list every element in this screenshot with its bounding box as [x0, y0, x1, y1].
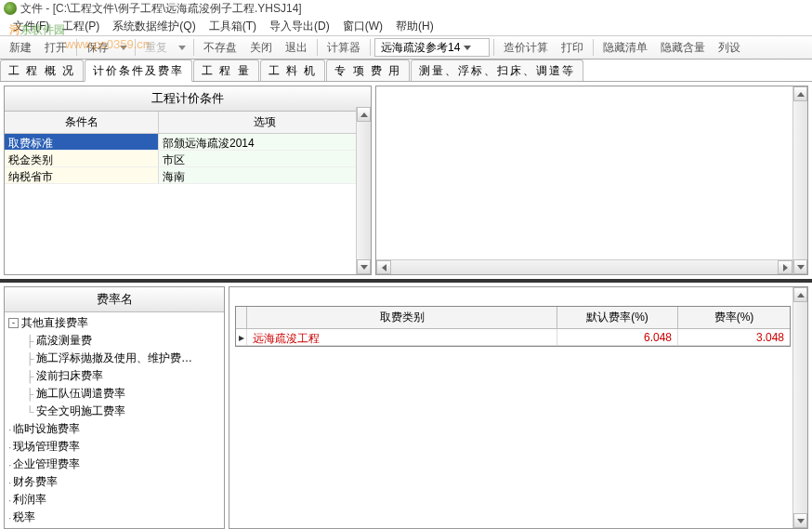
tree-node-sibling[interactable]: ·现场管理费率	[7, 438, 222, 456]
app-icon	[4, 2, 17, 15]
tree-node-sibling[interactable]: ·税率	[7, 509, 222, 526]
menu-file[interactable]: 文件(F)	[7, 17, 55, 36]
menu-sysdata[interactable]: 系统数据维护(Q)	[107, 17, 201, 36]
tree-node-child[interactable]: ├疏浚测量费	[7, 332, 222, 350]
menu-toolbox[interactable]: 工具箱(T)	[203, 17, 262, 36]
tb-price[interactable]: 造价计算	[498, 37, 554, 59]
menu-project[interactable]: 工程(P)	[57, 17, 105, 36]
fee-table-panel: 取费类别 默认费率(%) 费率(%) ▸ 远海疏浚工程 6.048 3.048	[229, 286, 808, 529]
cond-row-tax-type[interactable]: 税金类别 市区	[5, 151, 371, 167]
reference-select[interactable]: 远海疏浚参考14	[374, 38, 490, 57]
cond-row-fee-standard[interactable]: 取费标准 部颁远海疏浚2014	[5, 134, 371, 151]
tree-node-sibling[interactable]: ·利润率	[7, 491, 222, 509]
cond-col-opt: 选项	[159, 112, 371, 133]
separator	[317, 39, 318, 56]
separator	[76, 39, 77, 56]
tb-print[interactable]: 打印	[556, 37, 589, 59]
tree-node-sibling[interactable]: ·临时设施费率	[7, 420, 222, 438]
tree-node-sibling[interactable]: ·财务费率	[7, 473, 222, 491]
cond-col-name: 条件名	[5, 112, 159, 133]
separator	[593, 39, 594, 56]
menu-help[interactable]: 帮助(H)	[390, 17, 439, 36]
tree-node-child[interactable]: └安全文明施工费率	[7, 403, 222, 420]
separator	[193, 39, 194, 56]
separator	[493, 39, 494, 56]
tb-nosave[interactable]: 不存盘	[198, 37, 242, 59]
tb-new[interactable]: 新建	[4, 37, 37, 59]
menu-bar: 文件(F) 工程(P) 系统数据维护(Q) 工具箱(T) 导入导出(D) 窗口(…	[0, 17, 812, 35]
separator	[135, 39, 136, 56]
fee-row[interactable]: ▸ 远海疏浚工程 6.048 3.048	[236, 329, 790, 346]
chevron-down-icon[interactable]	[120, 46, 127, 50]
tab-quantity[interactable]: 工 程 量	[193, 60, 259, 81]
work-area: 工程计价条件 条件名 选项 取费标准 部颁远海疏浚2014 税金类别 市区 纳税…	[0, 82, 812, 529]
tb-hide-list[interactable]: 隐藏清单	[597, 37, 653, 59]
scrollbar-vertical[interactable]	[792, 287, 807, 528]
tree-node-child[interactable]: ├施工队伍调遣费率	[7, 385, 222, 403]
tb-open[interactable]: 打开	[39, 37, 72, 59]
tab-overview[interactable]: 工 程 概 况	[0, 60, 84, 81]
toolbar: 新建 打开 保存 重复 不存盘 关闭 退出 计算器 远海疏浚参考14 造价计算 …	[0, 35, 812, 60]
tab-bar: 工 程 概 况 计价条件及费率 工 程 量 工 料 机 专 项 费 用 测量、浮…	[0, 60, 812, 82]
row-marker-col	[236, 307, 247, 329]
scroll-up-icon[interactable]	[357, 107, 371, 122]
rate-tree-title: 费率名	[5, 287, 224, 312]
conditions-panel: 工程计价条件 条件名 选项 取费标准 部颁远海疏浚2014 税金类别 市区 纳税…	[4, 86, 372, 275]
window-title: 文件 - [C:\工程文件\例子工程\远海疏浚例子工程.YHSJ14]	[20, 1, 302, 17]
tb-colset[interactable]: 列设	[713, 37, 746, 59]
tree-node-child[interactable]: ├施工浮标抛撤及使用、维护费…	[7, 350, 222, 367]
scrollbar-vertical[interactable]	[792, 86, 807, 274]
current-row-marker-icon: ▸	[236, 329, 247, 346]
tab-special[interactable]: 专 项 费 用	[326, 60, 410, 81]
cond-row-tax-province[interactable]: 纳税省市 海南	[5, 167, 371, 184]
tab-survey[interactable]: 测量、浮标、扫床、调遣等	[411, 60, 583, 81]
scrollbar-vertical[interactable]	[356, 107, 371, 274]
title-bar: 文件 - [C:\工程文件\例子工程\远海疏浚例子工程.YHSJ14]	[0, 0, 812, 17]
scroll-down-icon[interactable]	[793, 259, 807, 274]
tree-node-sibling[interactable]: ·企业管理费率	[7, 456, 222, 473]
tb-redo: 重复	[139, 37, 173, 59]
rate-tree: - 其他直接费率 ├疏浚测量费 ├施工浮标抛撤及使用、维护费… ├浚前扫床费率 …	[5, 312, 224, 528]
tab-material[interactable]: 工 料 机	[260, 60, 326, 81]
scroll-up-icon[interactable]	[793, 86, 807, 101]
tb-save[interactable]: 保存	[81, 37, 114, 59]
tree-node-root[interactable]: - 其他直接费率	[7, 314, 222, 332]
scroll-left-icon[interactable]	[376, 260, 391, 274]
tab-pricing[interactable]: 计价条件及费率	[85, 60, 192, 82]
scroll-down-icon[interactable]	[793, 513, 807, 528]
conditions-table: 条件名 选项 取费标准 部颁远海疏浚2014 税金类别 市区 纳税省市 海南	[5, 112, 371, 184]
scroll-down-icon[interactable]	[357, 259, 371, 274]
fee-col-category: 取费类别	[247, 307, 557, 329]
separator	[370, 39, 371, 56]
tree-node-child[interactable]: ├浚前扫床费率	[7, 367, 222, 385]
conditions-title: 工程计价条件	[5, 86, 371, 112]
tb-calc[interactable]: 计算器	[321, 37, 366, 59]
scrollbar-horizontal[interactable]	[376, 259, 792, 274]
scroll-right-icon[interactable]	[778, 260, 792, 274]
tb-exit[interactable]: 退出	[280, 37, 313, 59]
chevron-down-icon	[464, 46, 471, 50]
collapse-icon[interactable]: -	[8, 318, 19, 328]
scroll-up-icon[interactable]	[793, 287, 807, 302]
tb-hide-amount[interactable]: 隐藏含量	[655, 37, 711, 59]
upper-right-panel	[375, 86, 808, 275]
tb-close[interactable]: 关闭	[244, 37, 278, 59]
fee-table: 取费类别 默认费率(%) 费率(%) ▸ 远海疏浚工程 6.048 3.048	[235, 306, 791, 347]
fee-col-rate: 费率(%)	[678, 307, 790, 329]
fee-col-default: 默认费率(%)	[557, 307, 678, 329]
rate-tree-panel: 费率名 - 其他直接费率 ├疏浚测量费 ├施工浮标抛撤及使用、维护费… ├浚前扫…	[4, 286, 225, 529]
menu-importexport[interactable]: 导入导出(D)	[264, 17, 335, 36]
chevron-down-icon[interactable]	[178, 46, 186, 50]
reference-select-value: 远海疏浚参考14	[381, 40, 460, 56]
menu-window[interactable]: 窗口(W)	[337, 17, 388, 36]
